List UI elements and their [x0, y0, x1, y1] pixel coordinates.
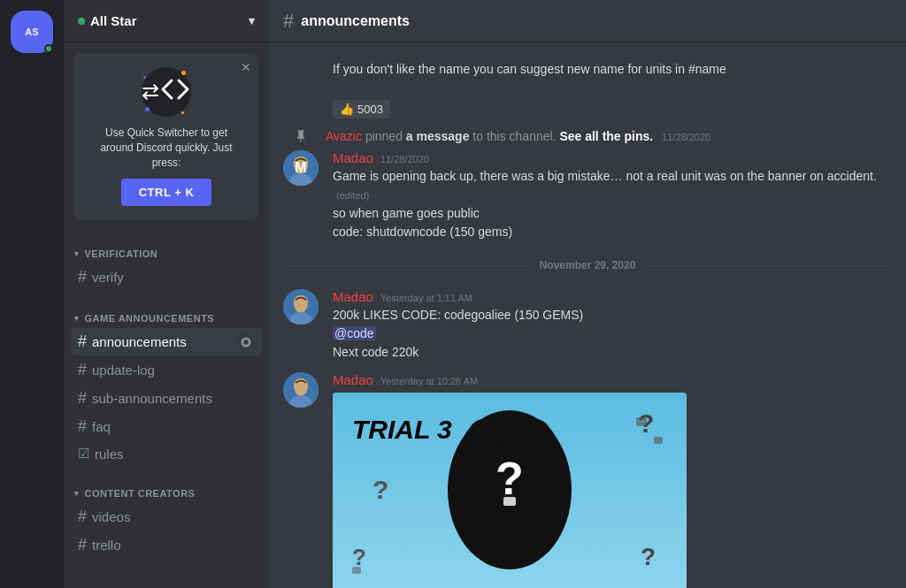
channel-name-announcements: announcements	[92, 334, 187, 349]
date-divider-text: November 29, 2020	[529, 259, 647, 271]
message-author-madao-2: Madao	[333, 289, 373, 304]
hash-icon-verify: #	[78, 268, 87, 286]
channel-name-trello: trello	[92, 538, 121, 553]
category-arrow-content-creators: ▾	[74, 489, 80, 498]
message-content-madao-2: Madao Yesterday at 1:11 AM 200k LIKES CO…	[333, 289, 892, 362]
svg-rect-25	[654, 437, 663, 444]
message-author-madao-3: Madao	[333, 372, 373, 387]
pin-icon	[283, 129, 319, 143]
quick-switcher-popup: ✕ Use Quick Switcher to get around Disco…	[74, 53, 258, 220]
category-game-announcements: ▾ GAME ANNOUNCEMENTS # announcements # u…	[64, 295, 269, 470]
svg-text:?: ?	[641, 543, 656, 570]
system-pin-message: Avazic pinned a message to this channel.…	[269, 126, 906, 147]
category-label-verification: VERIFICATION	[85, 248, 158, 259]
category-label-game-announcements: GAME ANNOUNCEMENTS	[85, 313, 215, 324]
channel-name-faq: faq	[92, 419, 111, 434]
message-header-madao-2: Madao Yesterday at 1:11 AM	[333, 289, 892, 304]
reaction-count: 5003	[357, 103, 383, 116]
date-divider-nov29: November 29, 2020	[269, 252, 906, 279]
server-header[interactable]: All Star ▾	[64, 0, 269, 42]
channel-name-rules: rules	[95, 447, 124, 462]
server-active-indicator	[44, 44, 53, 53]
check-icon-rules: ☑	[78, 446, 89, 462]
category-header-game-announcements[interactable]: ▾ GAME ANNOUNCEMENTS	[71, 309, 262, 327]
channel-badge-announcements	[237, 333, 255, 351]
message-timestamp-madao-1: 11/28/2020	[380, 154, 429, 164]
svg-rect-22	[503, 497, 516, 506]
channel-sidebar: All Star ▾ ✕ Use Quick Switcher to get a…	[64, 0, 269, 588]
svg-text:?: ?	[352, 544, 366, 570]
svg-rect-29	[352, 567, 361, 574]
code-mention: @code	[333, 326, 376, 340]
message-timestamp-madao-3: Yesterday at 10:28 AM	[380, 376, 478, 386]
channel-item-trello[interactable]: # trello	[71, 531, 262, 559]
message-author-madao-1: Madao	[333, 150, 373, 165]
category-header-content-creators[interactable]: ▾ CONTENT CREATORS	[71, 485, 262, 502]
category-header-verification[interactable]: ▾ VERIFICATION	[71, 245, 262, 263]
channel-name-sub-announcements: sub-announcements	[92, 391, 212, 406]
category-arrow-verification: ▾	[74, 249, 80, 258]
see-all-pins-link[interactable]: See all the pins.	[559, 129, 653, 143]
channel-header-name: announcements	[301, 13, 410, 29]
svg-text:TRIAL 3: TRIAL 3	[352, 415, 452, 444]
switcher-icon	[142, 67, 191, 117]
message-group-reaction: If you don't like the name you can sugge…	[269, 57, 906, 122]
server-dropdown-icon: ▾	[249, 14, 255, 27]
category-arrow-game-announcements: ▾	[74, 314, 80, 323]
channel-list: ▾ VERIFICATION # verify ▾ GAME ANNOUNCEM…	[64, 231, 269, 588]
pin-timestamp: 11/28/2020	[662, 132, 710, 142]
hash-icon-faq: #	[78, 417, 87, 436]
avatar-madao-3	[283, 372, 319, 408]
pin-bold: a message	[406, 129, 470, 143]
reaction-thumbsup[interactable]: 👍 5003	[333, 100, 390, 118]
category-verification: ▾ VERIFICATION # verify	[64, 231, 269, 295]
server-name: All Star	[90, 13, 137, 28]
channel-item-faq[interactable]: # faq	[71, 413, 262, 440]
message-text-top: If you don't like the name you can sugge…	[333, 60, 892, 79]
reaction-emoji: 👍	[340, 103, 354, 116]
system-message-text: Avazic pinned a message to this channel.…	[326, 129, 710, 143]
message-timestamp-madao-2: Yesterday at 1:11 AM	[380, 293, 472, 303]
avatar-madao-1	[283, 150, 319, 186]
message-text-madao-1: Game is opening back up, there was a big…	[333, 167, 892, 241]
channel-header-hash: #	[283, 10, 294, 33]
main-content: # announcements If you don't like the na…	[269, 0, 906, 588]
message-text-madao-2: 200k LIKES CODE: codegoaliee (150 GEMS) …	[333, 306, 892, 362]
channel-item-announcements[interactable]: # announcements	[71, 328, 262, 355]
channel-item-videos[interactable]: # videos	[71, 503, 262, 531]
channel-item-rules[interactable]: ☑ rules	[71, 441, 262, 466]
hash-icon-trello: #	[78, 536, 87, 554]
pin-suffix: to this channel.	[472, 129, 559, 143]
message-content-madao-1: Madao 11/28/2020 Game is opening back up…	[333, 150, 892, 241]
pin-author: Avazic	[326, 129, 362, 143]
close-popup-button[interactable]: ✕	[241, 60, 251, 74]
edited-label: (edited)	[336, 190, 369, 201]
svg-text:?: ?	[495, 453, 524, 504]
quick-switcher-text: Use Quick Switcher to get around Discord…	[88, 126, 244, 170]
hash-icon-update-log: #	[78, 361, 87, 379]
hash-icon-announcements: #	[78, 332, 87, 351]
svg-text:?: ?	[372, 475, 388, 504]
message-group-madao-3: Madao Yesterday at 10:28 AM TRIAL 3 ? ? …	[269, 369, 906, 588]
server-icon-allstar[interactable]: AS	[11, 11, 53, 53]
message-content-madao-3: Madao Yesterday at 10:28 AM TRIAL 3 ? ? …	[333, 372, 892, 588]
ctrl-k-button[interactable]: CTRL + K	[121, 179, 212, 206]
channel-item-verify[interactable]: # verify	[71, 263, 262, 291]
category-content-creators: ▾ CONTENT CREATORS # videos # trello	[64, 470, 269, 563]
trial-3-image: TRIAL 3 ? ? ? ?	[333, 393, 687, 588]
messages-area[interactable]: If you don't like the name you can sugge…	[269, 42, 906, 588]
message-group-madao-2: Madao Yesterday at 1:11 AM 200k LIKES CO…	[269, 286, 906, 365]
pin-action: pinned	[365, 129, 406, 143]
message-header-madao-1: Madao 11/28/2020	[333, 150, 892, 165]
channel-header: # announcements	[269, 0, 906, 42]
message-group-madao-1: Madao 11/28/2020 Game is opening back up…	[269, 147, 906, 245]
trial-image-svg: ? TRIAL 3 ? ? ?	[333, 393, 687, 588]
channel-item-update-log[interactable]: # update-log	[71, 356, 262, 384]
channel-item-sub-announcements[interactable]: # sub-announcements	[71, 385, 262, 412]
svg-rect-30	[636, 417, 647, 426]
channel-name-videos: videos	[92, 509, 130, 524]
avatar-madao-2	[283, 289, 319, 325]
hash-icon-videos: #	[78, 508, 87, 526]
server-sidebar: AS	[0, 0, 64, 588]
message-header-madao-3: Madao Yesterday at 10:28 AM	[333, 372, 892, 387]
